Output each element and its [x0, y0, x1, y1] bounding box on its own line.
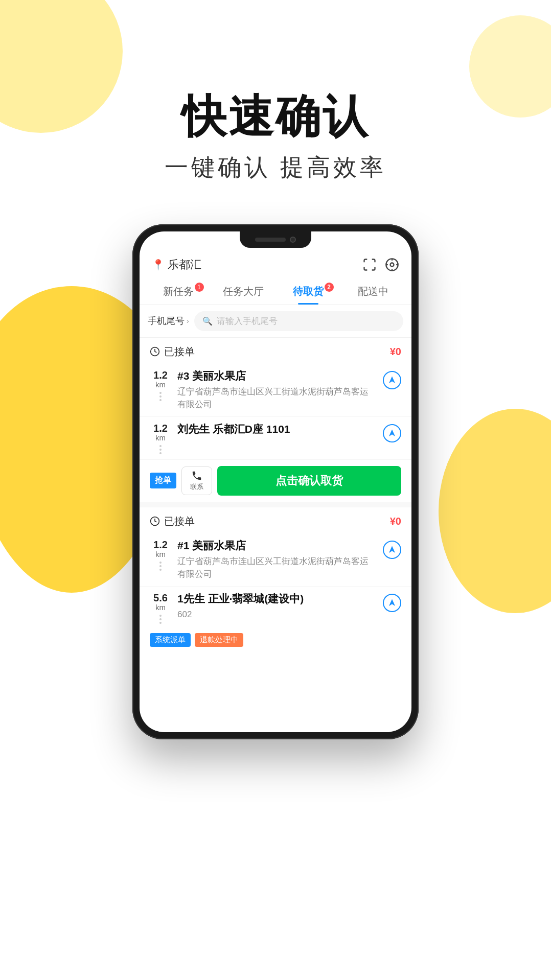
- tab-delivering[interactable]: 配送中: [340, 278, 405, 305]
- clock-icon-2: [150, 516, 160, 526]
- section1-header: 已接单 ¥0: [140, 338, 411, 364]
- badge-refund: 退款处理中: [195, 633, 243, 647]
- contact-button[interactable]: 联系: [181, 466, 212, 495]
- tab-bar: 新任务 1 任务大厅 待取货 2 配送中: [140, 278, 411, 305]
- order-item-top-2: 1.2 km 刘先生 乐都汇D座 1101: [150, 422, 401, 454]
- svg-point-1: [391, 263, 394, 266]
- chevron-right-icon: ›: [187, 317, 189, 325]
- clock-icon: [150, 346, 160, 357]
- distance-col-2: 1.2 km: [150, 422, 171, 454]
- tab-new-task-badge: 1: [195, 283, 204, 292]
- search-placeholder: 请输入手机尾号: [217, 315, 278, 327]
- phone-screen: 📍 乐都汇: [140, 231, 411, 732]
- distance-num-3: 1.2: [153, 540, 168, 550]
- badge-system-assign: 系统派单: [150, 633, 191, 647]
- tab-waiting-pickup-label: 待取货: [293, 286, 324, 297]
- distance-col-4: 5.6 km: [150, 592, 171, 624]
- section1-title-text: 已接单: [164, 345, 195, 359]
- order-info-4: 1先生 正业·翡翠城(建设中) 602: [177, 592, 377, 621]
- section1-title: 已接单: [150, 345, 195, 359]
- phone-notch: [240, 231, 311, 248]
- phone-section: 📍 乐都汇: [0, 224, 551, 739]
- distance-dots-1: [159, 392, 162, 401]
- expand-icon[interactable]: [362, 258, 377, 272]
- order-item-top-1: 1.2 km #3 美丽水果店 辽宁省葫芦岛市连山区兴工街道水泥街葫芦岛客运有限…: [150, 369, 401, 411]
- order-item-delivery2: 5.6 km 1先生 正业·翡翠城(建设中) 602: [140, 587, 411, 629]
- distance-num-2: 1.2: [153, 423, 168, 433]
- filter-label: 手机尾号: [148, 315, 185, 327]
- distance-num-4: 5.6: [153, 593, 168, 603]
- nav-icon-4[interactable]: [383, 594, 401, 612]
- tab-task-hall[interactable]: 任务大厅: [211, 278, 276, 305]
- location-pin-icon: 📍: [152, 259, 165, 271]
- tab-waiting-pickup[interactable]: 待取货 2: [276, 278, 340, 305]
- distance-unit-1: km: [155, 380, 166, 389]
- order-item-top-4: 5.6 km 1先生 正业·翡翠城(建设中) 602: [150, 592, 401, 624]
- status-badges: 系统派单 退款处理中: [140, 629, 411, 655]
- order-info-3: #1 美丽水果店 辽宁省葫芦岛市连山区兴工街道水泥街葫芦岛客运有限公司: [177, 539, 377, 581]
- location-text: 乐都汇: [168, 257, 201, 272]
- action-row-1: 抢单 联系 点击确认取货: [140, 460, 411, 502]
- order-item-store2: 1.2 km #1 美丽水果店 辽宁省葫芦岛市连山区兴工街道水泥街葫芦岛客运有限…: [140, 533, 411, 587]
- nav-icon-1[interactable]: [383, 371, 401, 389]
- section2-title: 已接单: [150, 515, 195, 528]
- confirm-pickup-button[interactable]: 点击确认取货: [217, 466, 401, 496]
- tab-task-hall-label: 任务大厅: [223, 286, 264, 297]
- distance-unit-2: km: [155, 433, 166, 442]
- section1-price: ¥0: [390, 346, 401, 358]
- store-name-1: #3 美丽水果店: [177, 369, 377, 383]
- distance-col-1: 1.2 km: [150, 369, 171, 401]
- hero-subtitle: 一键确认 提高效率: [0, 152, 551, 183]
- phone-mockup: 📍 乐都汇: [132, 224, 419, 739]
- tab-delivering-label: 配送中: [358, 286, 388, 297]
- order-section-2: 已接单 ¥0 1.2 km: [140, 507, 411, 655]
- section2-title-text: 已接单: [164, 515, 195, 528]
- distance-col-3: 1.2 km: [150, 539, 171, 571]
- store-address-1: 辽宁省葫芦岛市连山区兴工街道水泥街葫芦岛客运有限公司: [177, 385, 377, 411]
- distance-dots-3: [159, 562, 162, 571]
- section2-price: ¥0: [390, 516, 401, 527]
- tab-new-task-label: 新任务: [163, 286, 194, 297]
- phone-icon: [191, 470, 202, 481]
- store-address-2: 辽宁省葫芦岛市连山区兴工街道水泥街葫芦岛客运有限公司: [177, 555, 377, 581]
- distance-unit-3: km: [155, 550, 166, 558]
- delivery-name-1: 刘先生 乐都汇D座 1101: [177, 422, 377, 436]
- delivery-name-2: 1先生 正业·翡翠城(建设中): [177, 592, 377, 606]
- distance-dots-4: [159, 615, 162, 624]
- order-section-1: 已接单 ¥0 1.2 km: [140, 338, 411, 502]
- distance-dots-2: [159, 445, 162, 454]
- search-area: 手机尾号 › 🔍 请输入手机尾号: [140, 305, 411, 338]
- order-item-store1: 1.2 km #3 美丽水果店 辽宁省葫芦岛市连山区兴工街道水泥街葫芦岛客运有限…: [140, 364, 411, 417]
- search-icon: 🔍: [202, 316, 213, 326]
- order-info-1: #3 美丽水果店 辽宁省葫芦岛市连山区兴工街道水泥街葫芦岛客运有限公司: [177, 369, 377, 411]
- order-item-delivery1: 1.2 km 刘先生 乐都汇D座 1101: [140, 417, 411, 460]
- phone-speaker: [255, 238, 286, 242]
- location-display: 📍 乐都汇: [152, 257, 201, 272]
- phone-camera: [290, 237, 296, 243]
- order-info-2: 刘先生 乐都汇D座 1101: [177, 422, 377, 438]
- header-icons: [362, 258, 399, 272]
- delivery-address-2: 602: [177, 608, 377, 621]
- search-input-wrap[interactable]: 🔍 请输入手机尾号: [194, 311, 403, 331]
- distance-num-1: 1.2: [153, 370, 168, 380]
- store-name-2: #1 美丽水果店: [177, 539, 377, 553]
- phone-filter[interactable]: 手机尾号 ›: [148, 315, 189, 327]
- grab-badge[interactable]: 抢单: [150, 473, 176, 488]
- section2-header: 已接单 ¥0: [140, 507, 411, 533]
- section-divider: [140, 502, 411, 507]
- nav-icon-3[interactable]: [383, 541, 401, 559]
- order-item-top-3: 1.2 km #1 美丽水果店 辽宁省葫芦岛市连山区兴工街道水泥街葫芦岛客运有限…: [150, 539, 401, 581]
- tab-new-task[interactable]: 新任务 1: [146, 278, 211, 305]
- hero-title: 快速确认: [0, 92, 551, 142]
- distance-unit-4: km: [155, 603, 166, 612]
- contact-label: 联系: [190, 482, 203, 492]
- target-icon[interactable]: [385, 258, 399, 272]
- hero-section: 快速确认 一键确认 提高效率: [0, 0, 551, 214]
- nav-icon-2[interactable]: [383, 424, 401, 442]
- tab-waiting-badge: 2: [325, 283, 334, 292]
